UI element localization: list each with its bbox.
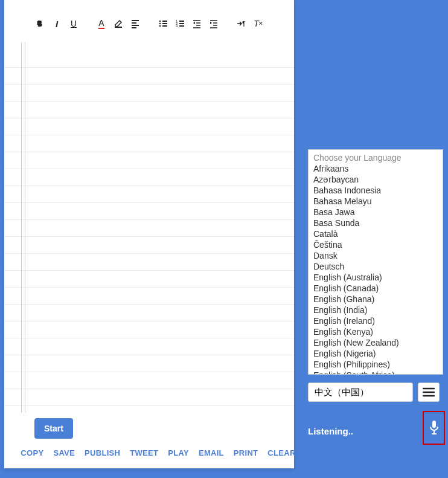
email-action[interactable]: EMAIL <box>199 448 224 457</box>
highlight-button[interactable] <box>112 17 125 30</box>
clear-action[interactable]: CLEAR <box>267 448 295 457</box>
language-option[interactable]: English (Ghana) <box>309 294 443 305</box>
save-action[interactable]: SAVE <box>53 448 75 457</box>
editor-toolbar: B I U A 123 ¶ T✕ <box>4 0 294 42</box>
language-option[interactable]: Čeština <box>309 239 443 250</box>
svg-rect-9 <box>432 421 436 428</box>
language-option[interactable]: Basa Sunda <box>309 218 443 228</box>
action-row: COPY SAVE PUBLISH TWEET PLAY EMAIL PRINT… <box>34 448 282 457</box>
language-list-header: Choose your Language <box>309 152 443 163</box>
language-option[interactable]: English (New Zealand) <box>309 337 443 348</box>
svg-point-3 <box>159 23 161 25</box>
italic-button[interactable]: I <box>50 17 63 30</box>
editor-footer: Start COPY SAVE PUBLISH TWEET PLAY EMAIL… <box>4 411 294 468</box>
language-select-value: 中文（中国） <box>315 387 369 398</box>
print-action[interactable]: PRINT <box>234 448 258 457</box>
unordered-list-button[interactable] <box>156 17 170 30</box>
language-option[interactable]: Afrikaans <box>309 163 443 174</box>
play-action[interactable]: PLAY <box>168 448 189 457</box>
language-option[interactable]: Basa Jawa <box>309 207 443 218</box>
microphone-button[interactable] <box>423 411 445 445</box>
language-option[interactable]: English (India) <box>309 305 443 315</box>
tweet-action[interactable]: TWEET <box>130 448 158 457</box>
editor-panel: B I U A 123 ¶ T✕ Start COPY SAVE PUBLISH… <box>4 0 294 468</box>
language-option[interactable]: Azərbaycan <box>309 174 443 185</box>
language-list[interactable]: Choose your LanguageAfrikaansAzərbaycanB… <box>308 149 443 375</box>
svg-point-2 <box>159 21 161 22</box>
align-button[interactable] <box>129 17 142 30</box>
microphone-icon <box>428 420 440 436</box>
paragraph-dir-button[interactable]: ¶ <box>235 17 248 30</box>
language-option[interactable]: English (Nigeria) <box>309 348 443 359</box>
svg-point-4 <box>159 25 161 27</box>
language-option[interactable]: Deutsch <box>309 261 443 272</box>
language-option[interactable]: English (Kenya) <box>309 326 443 337</box>
publish-action[interactable]: PUBLISH <box>85 448 120 457</box>
status-text: Listening.. <box>308 426 353 436</box>
ordered-list-button[interactable]: 123 <box>173 17 187 30</box>
language-option[interactable]: Bahasa Melayu <box>309 196 443 207</box>
language-option[interactable]: English (Philippines) <box>309 359 443 370</box>
outdent-button[interactable] <box>190 17 203 30</box>
underline-button[interactable]: U <box>67 17 80 30</box>
language-option[interactable]: English (Australia) <box>309 272 443 283</box>
svg-text:B: B <box>37 20 41 26</box>
font-color-button[interactable]: A <box>95 17 108 30</box>
language-option[interactable]: English (South Africa) <box>309 370 443 374</box>
language-option[interactable]: Bahasa Indonesia <box>309 185 443 196</box>
language-select[interactable]: 中文（中国） <box>308 383 413 402</box>
language-option[interactable]: Català <box>309 228 443 239</box>
start-button[interactable]: Start <box>34 418 73 439</box>
language-option[interactable]: English (Ireland) <box>309 315 443 326</box>
menu-button[interactable] <box>418 383 440 402</box>
language-option[interactable]: English (Canada) <box>309 283 443 294</box>
hamburger-icon <box>423 387 435 397</box>
editor-textarea[interactable] <box>4 42 294 413</box>
svg-rect-1 <box>115 27 122 28</box>
language-option[interactable]: Dansk <box>309 250 443 261</box>
svg-text:3: 3 <box>176 24 178 28</box>
indent-button[interactable] <box>207 17 220 30</box>
bold-button[interactable]: B <box>33 17 46 30</box>
svg-text:¶: ¶ <box>242 20 246 27</box>
copy-action[interactable]: COPY <box>21 448 43 457</box>
clear-format-button[interactable]: T✕ <box>252 17 265 30</box>
